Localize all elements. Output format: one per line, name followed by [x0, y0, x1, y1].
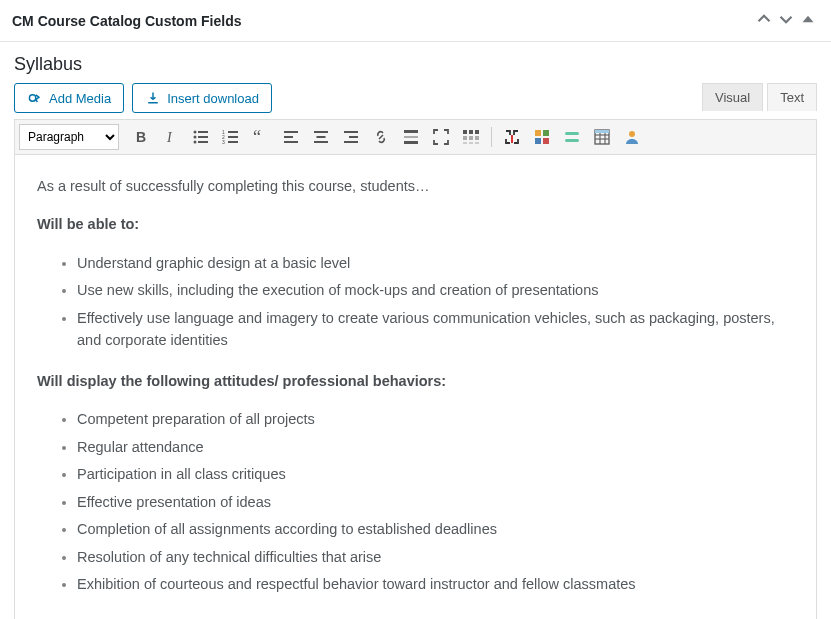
align-right-button[interactable]	[337, 124, 365, 150]
svg-rect-14	[228, 141, 238, 143]
svg-rect-39	[535, 138, 541, 144]
fullscreen-button[interactable]	[427, 124, 455, 150]
svg-rect-10	[228, 131, 238, 133]
intro-paragraph: As a result of successfully completing t…	[37, 175, 794, 197]
editor-toolbar: Paragraph B I 123 “	[14, 119, 817, 154]
svg-text:I: I	[166, 130, 173, 145]
align-left-button[interactable]	[277, 124, 305, 150]
toggle-collapse-icon[interactable]	[797, 8, 819, 33]
panel-title: CM Course Catalog Custom Fields	[12, 13, 753, 29]
format-select[interactable]: Paragraph	[19, 124, 119, 150]
list-item: Completion of all assignments according …	[77, 518, 794, 540]
svg-rect-12	[228, 136, 238, 138]
editor-tabs: Visual Text	[702, 83, 817, 111]
svg-rect-31	[463, 136, 467, 140]
field-label: Syllabus	[0, 42, 831, 83]
toolbar-separator	[491, 127, 492, 147]
svg-rect-29	[469, 130, 473, 134]
svg-rect-33	[475, 136, 479, 140]
svg-point-0	[29, 95, 35, 101]
list-item: Effectively use language and imagery to …	[77, 307, 794, 352]
bullet-list-button[interactable]	[187, 124, 215, 150]
able-to-list: Understand graphic design at a basic lev…	[37, 252, 794, 352]
columns-button[interactable]	[528, 124, 556, 150]
list-item: Effective presentation of ideas	[77, 491, 794, 513]
add-media-button[interactable]: Add Media	[14, 83, 124, 113]
svg-point-5	[194, 136, 197, 139]
svg-rect-36	[475, 142, 479, 144]
move-down-icon[interactable]	[775, 8, 797, 33]
svg-point-49	[629, 131, 635, 137]
user-button[interactable]	[618, 124, 646, 150]
shortcode-button-1[interactable]	[498, 124, 526, 150]
svg-rect-21	[314, 141, 328, 143]
list-item: Participation in all class critiques	[77, 463, 794, 485]
svg-rect-34	[463, 142, 467, 144]
list-item: Understand graphic design at a basic lev…	[77, 252, 794, 274]
insert-download-label: Insert download	[167, 91, 259, 106]
svg-rect-48	[595, 130, 609, 133]
svg-point-7	[194, 141, 197, 144]
svg-rect-8	[198, 141, 208, 143]
read-more-button[interactable]	[397, 124, 425, 150]
svg-rect-25	[404, 130, 418, 133]
svg-rect-35	[469, 142, 473, 144]
tab-visual[interactable]: Visual	[702, 83, 763, 111]
download-icon	[145, 90, 161, 106]
svg-point-3	[194, 131, 197, 134]
svg-rect-30	[475, 130, 479, 134]
svg-rect-19	[314, 131, 328, 133]
heading-able-to: Will be able to:	[37, 216, 139, 232]
bold-button[interactable]: B	[127, 124, 155, 150]
svg-rect-41	[565, 132, 579, 135]
svg-rect-17	[284, 136, 293, 138]
heading-attitudes: Will display the following attitudes/ pr…	[37, 373, 446, 389]
list-item: Use new skills, including the execution …	[77, 279, 794, 301]
svg-rect-27	[404, 141, 418, 144]
list-item: Competent preparation of all projects	[77, 408, 794, 430]
list-item: Exhibition of courteous and respectful b…	[77, 573, 794, 595]
list-item: Resolution of any technical difficulties…	[77, 546, 794, 568]
table-button[interactable]	[588, 124, 616, 150]
svg-rect-20	[317, 136, 326, 138]
divider-button[interactable]	[558, 124, 586, 150]
move-up-icon[interactable]	[753, 8, 775, 33]
svg-rect-32	[469, 136, 473, 140]
svg-rect-22	[344, 131, 358, 133]
svg-rect-42	[565, 139, 579, 142]
italic-button[interactable]: I	[157, 124, 185, 150]
svg-rect-28	[463, 130, 467, 134]
svg-text:B: B	[136, 129, 146, 145]
add-media-label: Add Media	[49, 91, 111, 106]
svg-text:3: 3	[222, 139, 225, 145]
svg-rect-16	[284, 131, 298, 133]
numbered-list-button[interactable]: 123	[217, 124, 245, 150]
toolbar-toggle-button[interactable]	[457, 124, 485, 150]
svg-text:“: “	[253, 127, 261, 147]
svg-rect-23	[349, 136, 358, 138]
blockquote-button[interactable]: “	[247, 124, 275, 150]
tab-text[interactable]: Text	[767, 83, 817, 111]
svg-rect-37	[535, 130, 541, 136]
svg-rect-24	[344, 141, 358, 143]
svg-rect-40	[543, 138, 549, 144]
link-button[interactable]	[367, 124, 395, 150]
attitudes-list: Competent preparation of all projects Re…	[37, 408, 794, 595]
svg-rect-38	[543, 130, 549, 136]
media-icon	[27, 90, 43, 106]
svg-rect-18	[284, 141, 298, 143]
insert-download-button[interactable]: Insert download	[132, 83, 272, 113]
svg-rect-6	[198, 136, 208, 138]
editor-content[interactable]: As a result of successfully completing t…	[14, 154, 817, 619]
list-item: Regular attendance	[77, 436, 794, 458]
svg-rect-4	[198, 131, 208, 133]
svg-rect-26	[404, 136, 418, 138]
align-center-button[interactable]	[307, 124, 335, 150]
